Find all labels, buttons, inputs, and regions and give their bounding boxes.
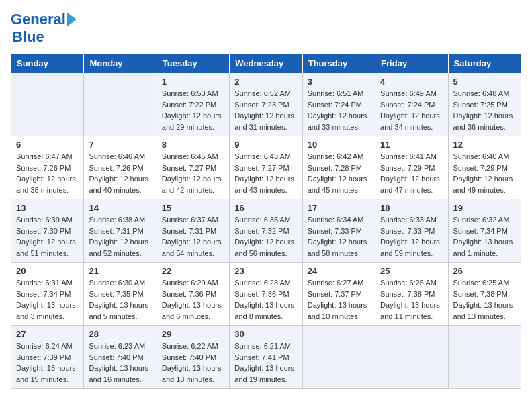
calendar-cell: 7Sunrise: 6:46 AMSunset: 7:26 PMDaylight… — [84, 136, 157, 199]
calendar-cell — [302, 326, 375, 389]
day-info: Sunrise: 6:29 AMSunset: 7:36 PMDaylight:… — [162, 277, 224, 322]
calendar-table: SundayMondayTuesdayWednesdayThursdayFrid… — [11, 54, 521, 389]
day-info: Sunrise: 6:40 AMSunset: 7:29 PMDaylight:… — [453, 151, 516, 195]
day-info: Sunrise: 6:35 AMSunset: 7:32 PMDaylight:… — [234, 214, 297, 259]
calendar-cell: 21Sunrise: 6:30 AMSunset: 7:35 PMDayligh… — [84, 263, 157, 326]
day-number: 17 — [308, 203, 370, 213]
calendar-cell: 11Sunrise: 6:41 AMSunset: 7:29 PMDayligh… — [375, 136, 448, 199]
calendar-cell: 4Sunrise: 6:49 AMSunset: 7:24 PMDaylight… — [375, 73, 448, 136]
day-number: 12 — [453, 140, 516, 150]
calendar-cell: 12Sunrise: 6:40 AMSunset: 7:29 PMDayligh… — [448, 136, 521, 199]
day-number: 4 — [380, 77, 443, 87]
day-header-thursday: Thursday — [302, 54, 375, 73]
calendar-cell — [448, 326, 521, 389]
calendar-cell: 2Sunrise: 6:52 AMSunset: 7:23 PMDaylight… — [230, 73, 302, 136]
day-number: 14 — [89, 203, 151, 213]
day-info: Sunrise: 6:53 AMSunset: 7:22 PMDaylight:… — [162, 88, 224, 132]
day-header-sunday: Sunday — [11, 54, 84, 73]
calendar-week-row: 13Sunrise: 6:39 AMSunset: 7:30 PMDayligh… — [11, 199, 521, 263]
day-info: Sunrise: 6:37 AMSunset: 7:31 PMDaylight:… — [162, 214, 224, 259]
day-number: 6 — [16, 140, 79, 150]
day-info: Sunrise: 6:34 AMSunset: 7:33 PMDaylight:… — [308, 214, 370, 259]
calendar-cell: 24Sunrise: 6:27 AMSunset: 7:37 PMDayligh… — [302, 263, 375, 326]
calendar-cell: 28Sunrise: 6:23 AMSunset: 7:40 PMDayligh… — [84, 326, 157, 389]
day-info: Sunrise: 6:32 AMSunset: 7:34 PMDaylight:… — [453, 214, 516, 259]
calendar-cell: 1Sunrise: 6:53 AMSunset: 7:22 PMDaylight… — [157, 73, 229, 136]
calendar-cell: 8Sunrise: 6:45 AMSunset: 7:27 PMDaylight… — [157, 136, 229, 199]
day-number: 19 — [453, 203, 516, 213]
calendar-cell: 17Sunrise: 6:34 AMSunset: 7:33 PMDayligh… — [302, 199, 375, 263]
day-info: Sunrise: 6:31 AMSunset: 7:34 PMDaylight:… — [16, 277, 79, 322]
day-number: 25 — [380, 266, 443, 276]
calendar-week-row: 6Sunrise: 6:47 AMSunset: 7:26 PMDaylight… — [11, 136, 521, 199]
day-header-friday: Friday — [375, 54, 448, 73]
calendar-cell — [84, 73, 157, 136]
day-header-saturday: Saturday — [448, 54, 521, 73]
calendar-cell: 29Sunrise: 6:22 AMSunset: 7:40 PMDayligh… — [157, 326, 229, 389]
calendar-cell: 26Sunrise: 6:25 AMSunset: 7:38 PMDayligh… — [448, 263, 521, 326]
calendar-cell: 20Sunrise: 6:31 AMSunset: 7:34 PMDayligh… — [11, 263, 84, 326]
day-info: Sunrise: 6:33 AMSunset: 7:33 PMDaylight:… — [380, 214, 443, 259]
day-number: 30 — [234, 329, 297, 339]
day-number: 9 — [234, 140, 297, 150]
calendar-cell: 9Sunrise: 6:43 AMSunset: 7:27 PMDaylight… — [230, 136, 302, 199]
calendar-cell: 27Sunrise: 6:24 AMSunset: 7:39 PMDayligh… — [11, 326, 84, 389]
day-info: Sunrise: 6:25 AMSunset: 7:38 PMDaylight:… — [453, 277, 516, 322]
day-info: Sunrise: 6:47 AMSunset: 7:26 PMDaylight:… — [16, 151, 79, 195]
logo-arrow-icon — [67, 13, 77, 26]
day-info: Sunrise: 6:27 AMSunset: 7:37 PMDaylight:… — [308, 277, 370, 322]
day-number: 2 — [234, 77, 297, 87]
calendar-cell: 5Sunrise: 6:48 AMSunset: 7:25 PMDaylight… — [448, 73, 521, 136]
calendar-week-row: 20Sunrise: 6:31 AMSunset: 7:34 PMDayligh… — [11, 263, 521, 326]
day-info: Sunrise: 6:49 AMSunset: 7:24 PMDaylight:… — [380, 88, 443, 132]
logo-blue: Blue — [12, 28, 44, 46]
calendar-cell: 30Sunrise: 6:21 AMSunset: 7:41 PMDayligh… — [230, 326, 302, 389]
day-info: Sunrise: 6:45 AMSunset: 7:27 PMDaylight:… — [162, 151, 224, 195]
day-info: Sunrise: 6:24 AMSunset: 7:39 PMDaylight:… — [16, 340, 79, 385]
day-info: Sunrise: 6:52 AMSunset: 7:23 PMDaylight:… — [234, 88, 297, 132]
day-header-monday: Monday — [84, 54, 157, 73]
day-number: 1 — [162, 77, 224, 87]
day-info: Sunrise: 6:28 AMSunset: 7:36 PMDaylight:… — [234, 277, 297, 322]
day-header-wednesday: Wednesday — [230, 54, 302, 73]
calendar-header-row: SundayMondayTuesdayWednesdayThursdayFrid… — [11, 54, 521, 73]
day-number: 23 — [234, 266, 297, 276]
calendar-cell: 22Sunrise: 6:29 AMSunset: 7:36 PMDayligh… — [157, 263, 229, 326]
day-number: 16 — [234, 203, 297, 213]
day-number: 24 — [308, 266, 370, 276]
day-info: Sunrise: 6:48 AMSunset: 7:25 PMDaylight:… — [453, 88, 516, 132]
page-header: General Blue — [11, 11, 521, 46]
day-number: 27 — [16, 329, 79, 339]
day-number: 13 — [16, 203, 79, 213]
day-number: 22 — [162, 266, 224, 276]
calendar-cell: 6Sunrise: 6:47 AMSunset: 7:26 PMDaylight… — [11, 136, 84, 199]
calendar-cell: 25Sunrise: 6:26 AMSunset: 7:38 PMDayligh… — [375, 263, 448, 326]
day-number: 11 — [380, 140, 443, 150]
day-number: 20 — [16, 266, 79, 276]
logo-general: General — [11, 11, 66, 28]
day-header-tuesday: Tuesday — [157, 54, 229, 73]
logo: General Blue — [11, 11, 77, 46]
day-info: Sunrise: 6:43 AMSunset: 7:27 PMDaylight:… — [234, 151, 297, 195]
calendar-week-row: 1Sunrise: 6:53 AMSunset: 7:22 PMDaylight… — [11, 73, 521, 136]
day-number: 3 — [308, 77, 370, 87]
calendar-cell: 18Sunrise: 6:33 AMSunset: 7:33 PMDayligh… — [375, 199, 448, 263]
day-info: Sunrise: 6:21 AMSunset: 7:41 PMDaylight:… — [234, 340, 297, 385]
day-info: Sunrise: 6:39 AMSunset: 7:30 PMDaylight:… — [16, 214, 79, 259]
calendar-cell: 10Sunrise: 6:42 AMSunset: 7:28 PMDayligh… — [302, 136, 375, 199]
day-info: Sunrise: 6:42 AMSunset: 7:28 PMDaylight:… — [308, 151, 370, 195]
day-info: Sunrise: 6:41 AMSunset: 7:29 PMDaylight:… — [380, 151, 443, 195]
day-number: 10 — [308, 140, 370, 150]
day-number: 26 — [453, 266, 516, 276]
day-number: 28 — [89, 329, 151, 339]
calendar-cell: 13Sunrise: 6:39 AMSunset: 7:30 PMDayligh… — [11, 199, 84, 263]
day-number: 5 — [453, 77, 516, 87]
day-info: Sunrise: 6:30 AMSunset: 7:35 PMDaylight:… — [89, 277, 151, 322]
day-number: 7 — [89, 140, 151, 150]
calendar-cell — [375, 326, 448, 389]
calendar-cell: 15Sunrise: 6:37 AMSunset: 7:31 PMDayligh… — [157, 199, 229, 263]
day-number: 29 — [162, 329, 224, 339]
day-info: Sunrise: 6:26 AMSunset: 7:38 PMDaylight:… — [380, 277, 443, 322]
day-info: Sunrise: 6:22 AMSunset: 7:40 PMDaylight:… — [162, 340, 224, 385]
calendar-cell — [11, 73, 84, 136]
